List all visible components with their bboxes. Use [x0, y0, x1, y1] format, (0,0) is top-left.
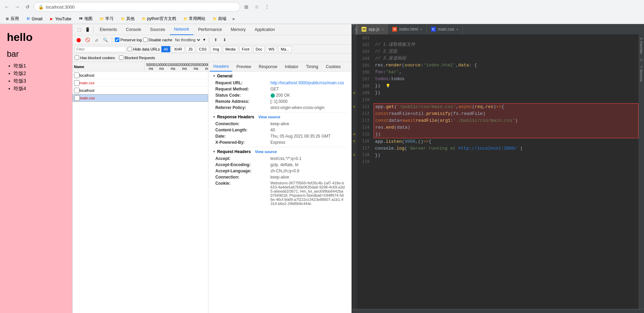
- star-button[interactable]: ☆: [253, 3, 261, 11]
- view-source-request[interactable]: View source: [255, 150, 277, 154]
- filter-button[interactable]: ⊿: [93, 36, 100, 44]
- detail-tab-initiator[interactable]: Initiator: [281, 62, 302, 72]
- folder-icon: 📁: [183, 17, 188, 21]
- detail-tab-timing[interactable]: Timing: [302, 62, 322, 72]
- detail-tab-response[interactable]: Response: [255, 62, 281, 72]
- close-appjs-button[interactable]: ×: [382, 27, 384, 31]
- page-content: hello bar 吃饭1 吃饭2 吃饭3 吃饭4: [0, 24, 72, 313]
- address-bar[interactable]: 🔒 localhost:3000: [34, 2, 240, 12]
- editor-tab-appjs[interactable]: JS app.js ×: [357, 24, 388, 34]
- tab-memory[interactable]: Memory: [227, 24, 250, 35]
- request-headers-section-header[interactable]: ▼ Request Headers View source: [213, 147, 347, 155]
- record-button[interactable]: ⬤: [75, 36, 82, 44]
- filter-img[interactable]: Img: [211, 46, 222, 52]
- tab-network[interactable]: Network: [170, 24, 193, 35]
- request-item-localhost-2[interactable]: localhost: [73, 87, 208, 94]
- bookmark-apps[interactable]: ⊞ 应用: [3, 15, 21, 22]
- blocked-requests-label[interactable]: Blocked Requests: [119, 55, 155, 60]
- filter-manifest[interactable]: Ma...: [278, 46, 291, 52]
- code-line-118: }): [374, 152, 638, 159]
- blocked-cookies-checkbox[interactable]: [75, 55, 79, 60]
- bookmark-study[interactable]: 📁 学习: [97, 15, 116, 22]
- detail-tab-preview[interactable]: Preview: [233, 62, 255, 72]
- tab-console[interactable]: Console: [122, 24, 145, 35]
- tab-application[interactable]: Application: [250, 24, 279, 35]
- request-checkbox[interactable]: [74, 88, 79, 93]
- request-item-localhost-1[interactable]: localhost: [73, 72, 208, 79]
- maps-icon: 🗺: [78, 17, 83, 21]
- blocked-cookies-label[interactable]: Has blocked cookies: [75, 55, 115, 60]
- project-strip[interactable]: 1: Project: [352, 24, 357, 34]
- line-numbers: 101 102 103 104 105 106 107 108 109 110 …: [357, 34, 372, 309]
- response-headers-section-header[interactable]: ▼ Response Headers View source: [213, 112, 347, 121]
- tab-performance[interactable]: Performance: [194, 24, 226, 35]
- extensions-button[interactable]: ⊞: [242, 3, 250, 11]
- bookmark-other[interactable]: 📁 其他: [118, 15, 137, 22]
- back-button[interactable]: ←: [3, 3, 11, 11]
- line-num-112: 112: [357, 110, 369, 117]
- inspect-element-button[interactable]: ⬚: [75, 26, 83, 33]
- timeline-100k: 100000 ms: [156, 63, 167, 71]
- detail-tab-cookies[interactable]: Cookies: [322, 62, 344, 72]
- throttle-select[interactable]: No throttling: [174, 37, 201, 42]
- bookmark-maps[interactable]: 🗺 地图: [76, 15, 95, 22]
- favorites-star[interactable]: ☆: [640, 57, 643, 62]
- view-source-response[interactable]: View source: [258, 115, 280, 119]
- clear-button[interactable]: 🚫: [84, 36, 91, 44]
- tab-name-appjs: app.js: [368, 27, 379, 32]
- import-button[interactable]: ⬆: [212, 36, 219, 44]
- detail-tab-headers[interactable]: Headers: [210, 62, 232, 72]
- close-maincss-button[interactable]: ×: [456, 27, 458, 31]
- search-button[interactable]: 🔍: [101, 36, 109, 44]
- filter-ws[interactable]: WS: [266, 46, 277, 52]
- request-checkbox[interactable]: [74, 73, 79, 78]
- reload-button[interactable]: ↺: [23, 3, 32, 11]
- bookmark-common[interactable]: 📁 常用网站: [181, 15, 207, 22]
- structure-strip[interactable]: 7: Structure: [639, 64, 644, 84]
- disable-cache-label[interactable]: Disable cache: [143, 37, 172, 42]
- device-toolbar-button[interactable]: 📱: [84, 26, 91, 33]
- bookmark-gmail[interactable]: M Gmail: [24, 16, 44, 22]
- cookie-row: Cookie: Webstorm-36779566=fef26c4b-1af7-…: [213, 180, 347, 206]
- request-item-maincss-1[interactable]: main.css: [73, 79, 208, 87]
- filter-css[interactable]: CSS: [196, 46, 209, 52]
- filter-media[interactable]: Media: [223, 46, 238, 52]
- timeline-300k: 300000 ms: [202, 63, 208, 71]
- filter-xhr[interactable]: XHR: [172, 46, 184, 52]
- general-section-header[interactable]: ▼ General: [213, 72, 347, 80]
- preserve-log-checkbox[interactable]: [115, 37, 119, 42]
- forward-button[interactable]: →: [13, 3, 21, 11]
- editor-horizontal-scrollbar[interactable]: [352, 309, 644, 313]
- tab-elements[interactable]: Elements: [96, 24, 121, 35]
- filter-all[interactable]: All: [161, 46, 170, 52]
- hide-data-urls-label[interactable]: Hide data URLs: [128, 47, 160, 51]
- request-item-maincss-2[interactable]: main.css: [73, 94, 208, 102]
- bookmark-python[interactable]: 📁 python官方文档: [139, 15, 178, 22]
- filter-input[interactable]: [75, 46, 126, 52]
- code-line-115: }): [374, 131, 638, 138]
- timeline-col: 50000 ms 100000 ms 150000 ms 200000 ms 2…: [145, 63, 208, 71]
- x-powered-by-key: X-Powered-By:: [215, 140, 270, 145]
- blocked-requests-checkbox[interactable]: [119, 55, 124, 60]
- preserve-log-label[interactable]: Preserve log: [115, 37, 142, 42]
- editor-tab-indexhtml[interactable]: H index.html ×: [388, 24, 427, 34]
- more-bookmarks[interactable]: »: [231, 17, 236, 21]
- tab-sources[interactable]: Sources: [146, 24, 169, 35]
- filter-js[interactable]: JS: [186, 46, 195, 52]
- filter-font[interactable]: Font: [239, 46, 252, 52]
- favorites-strip[interactable]: 2: Favorites: [639, 36, 644, 56]
- request-checkbox[interactable]: [74, 95, 80, 101]
- close-indexhtml-button[interactable]: ×: [420, 27, 422, 31]
- export-button[interactable]: ⬇: [221, 36, 228, 44]
- bookmark-frontend[interactable]: 📁 前端: [210, 15, 228, 22]
- code-area[interactable]: // 1.读取模板文件 // 2.渲染 // 3.发送响应 res.render…: [372, 34, 638, 309]
- editor-tab-maincss[interactable]: C main.css ×: [427, 24, 463, 34]
- menu-button[interactable]: ⋮: [263, 3, 271, 11]
- disable-cache-checkbox[interactable]: [143, 37, 148, 42]
- filter-doc[interactable]: Doc: [253, 46, 265, 52]
- gutter-fold-107: [352, 76, 357, 83]
- request-checkbox[interactable]: [74, 80, 79, 86]
- gutter-fold-101: [352, 34, 357, 41]
- hide-data-urls-checkbox[interactable]: [128, 47, 132, 51]
- bookmark-youtube[interactable]: ▶ YouTube: [47, 16, 73, 22]
